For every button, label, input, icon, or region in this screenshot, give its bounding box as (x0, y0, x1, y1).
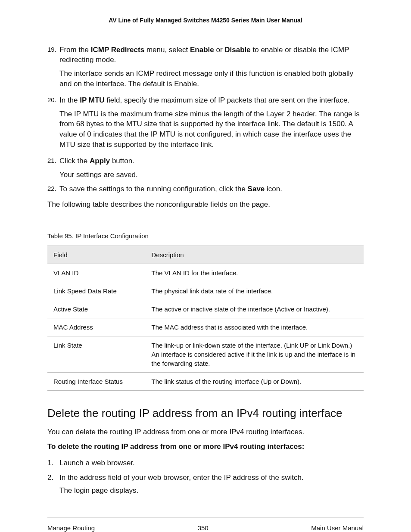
step-body: Click the Apply button. Your settings ar… (59, 156, 364, 180)
table-header-field: Field (47, 246, 146, 264)
step-text: Click the (59, 157, 90, 165)
step-text: In the (59, 96, 80, 104)
table-cell-field: Routing Interface Status (47, 372, 146, 390)
footer-left: Manage Routing (47, 523, 95, 532)
step-bold: IP MTU (80, 96, 104, 104)
step-text: To save the settings to the running conf… (59, 185, 248, 193)
table-cell-field: VLAN ID (47, 264, 146, 282)
step-subtext: The interface sends an ICMP redirect mes… (59, 68, 364, 89)
step-bold: Enable (190, 46, 214, 54)
table-row: MAC Address The MAC address that is asso… (47, 318, 364, 336)
table-cell-desc: The physical link data rate of the inter… (146, 282, 364, 300)
step-bold: Apply (90, 157, 110, 165)
step-body: From the ICMP Redirects menu, select Ena… (59, 45, 364, 89)
step-subtext: Your settings are saved. (59, 170, 364, 180)
step-text: button. (110, 157, 134, 165)
section-subheading: To delete the routing IP address from on… (47, 442, 364, 452)
footer-page-number: 350 (198, 523, 209, 532)
ordered-step-2: 2. In the address field of your web brow… (47, 473, 364, 496)
step-body: Launch a web browser. (59, 458, 364, 468)
step-number: 19. (47, 45, 59, 89)
step-21: 21. Click the Apply button. Your setting… (47, 156, 364, 180)
table-header-desc: Description (146, 246, 364, 264)
step-text: field, specify the maximum size of IP pa… (105, 96, 350, 104)
step-text: In the address field of your web browser… (59, 473, 304, 482)
step-body: To save the settings to the running conf… (59, 184, 364, 194)
step-body: In the IP MTU field, specify the maximum… (59, 95, 364, 150)
table-header-row: Field Description (47, 246, 364, 264)
ip-interface-config-table: Field Description VLAN ID The VLAN ID fo… (47, 246, 364, 391)
table-row: Link Speed Data Rate The physical link d… (47, 282, 364, 300)
table-row: Routing Interface Status The link status… (47, 372, 364, 390)
step-text: icon. (265, 185, 282, 193)
table-row: Active State The active or inactive stat… (47, 300, 364, 318)
step-19: 19. From the ICMP Redirects menu, select… (47, 45, 364, 89)
step-text: From the (59, 46, 91, 54)
table-cell-field: MAC Address (47, 318, 146, 336)
table-cell-desc: The link status of the routing interface… (146, 372, 364, 390)
step-number: 20. (47, 95, 59, 150)
paragraph: The following table describes the noncon… (47, 199, 364, 210)
footer-right: Main User Manual (311, 523, 364, 532)
step-number: 21. (47, 156, 59, 180)
step-number: 2. (47, 473, 59, 496)
table-cell-desc: The MAC address that is associated with … (146, 318, 364, 336)
step-number: 22. (47, 184, 59, 194)
section-heading: Delete the routing IP address from an IP… (47, 405, 364, 421)
section-intro: You can delete the routing IP address fr… (47, 427, 364, 437)
table-cell-field: Link Speed Data Rate (47, 282, 146, 300)
page-footer: Manage Routing 350 Main User Manual (47, 523, 364, 532)
step-subtext: The login page displays. (59, 485, 364, 496)
step-text: menu, select (144, 46, 190, 54)
table-row: Link State The link-up or link-down stat… (47, 336, 364, 372)
step-20: 20. In the IP MTU field, specify the max… (47, 95, 364, 150)
table-cell-field: Link State (47, 336, 146, 372)
step-22: 22. To save the settings to the running … (47, 184, 364, 194)
ordered-step-1: 1. Launch a web browser. (47, 458, 364, 468)
footer-rule (47, 517, 364, 517)
step-bold: Disable (224, 46, 250, 54)
table-cell-field: Active State (47, 300, 146, 318)
table-caption: Table 95. IP Interface Configuration (47, 231, 364, 240)
step-subtext: The IP MTU is the maximum frame size min… (59, 109, 364, 150)
table-cell-desc: The VLAN ID for the interface. (146, 264, 364, 282)
step-bold: Save (248, 185, 265, 193)
step-bold: ICMP Redirects (91, 46, 144, 54)
table-cell-desc: The link-up or link-down state of the in… (146, 336, 364, 372)
step-text: or (214, 46, 225, 54)
step-body: In the address field of your web browser… (59, 473, 364, 496)
step-number: 1. (47, 458, 59, 468)
table-cell-desc: The active or inactive state of the inte… (146, 300, 364, 318)
doc-header-title: AV Line of Fully Managed Switches M4250 … (47, 16, 364, 25)
table-row: VLAN ID The VLAN ID for the interface. (47, 264, 364, 282)
